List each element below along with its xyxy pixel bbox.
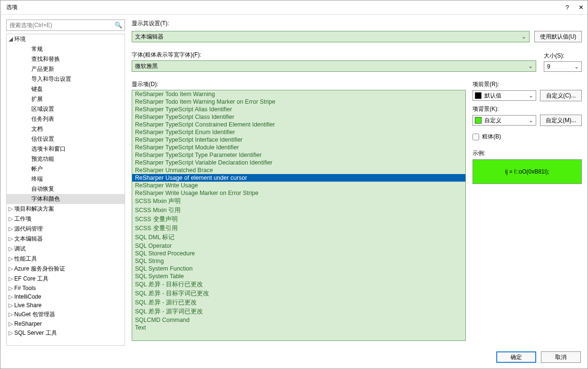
background-select[interactable]: 自定义 ⌄ <box>472 115 536 126</box>
list-item[interactable]: ReSharper TypeScript Class Identifier <box>132 113 465 121</box>
list-item[interactable]: ReSharper TypeScript Variable Declaratio… <box>132 159 465 166</box>
tree-node[interactable]: 产品更新 <box>7 64 125 74</box>
tree-node[interactable]: ▷SQL Server 工具 <box>7 328 125 338</box>
show-settings-label: 显示其设置(T): <box>132 19 582 28</box>
use-defaults-button[interactable]: 使用默认值(U) <box>534 31 582 42</box>
list-item[interactable]: ReSharper TypeScript Interface Identifie… <box>132 136 465 144</box>
expander-icon: ▷ <box>9 302 14 309</box>
foreground-label: 项前景(R): <box>472 80 582 88</box>
list-item[interactable]: SQL 差异 - 目标行已更改 <box>132 280 465 289</box>
list-item[interactable]: SCSS 变量引用 <box>132 224 465 233</box>
tree-node[interactable]: 常规 <box>7 44 125 54</box>
tree-node[interactable]: ▷NuGet 包管理器 <box>7 310 125 320</box>
options-window: 选项 ? ✕ 🔍 ◢环境常规查找和替换产品更新导入和导出设置键盘扩展区域设置任务… <box>0 0 588 369</box>
list-item[interactable]: SQL System Table <box>132 272 465 280</box>
tree-node[interactable]: 任务列表 <box>7 114 125 124</box>
display-items-label: 显示项(D): <box>132 80 466 88</box>
tree-node[interactable]: 信任设置 <box>7 134 125 144</box>
foreground-select[interactable]: 默认值 ⌄ <box>472 90 536 101</box>
ok-button[interactable]: 确定 <box>496 351 536 363</box>
cancel-button[interactable]: 取消 <box>541 351 581 363</box>
list-item[interactable]: SQL String <box>132 257 465 265</box>
list-item[interactable]: ReSharper Unmatched Brace <box>132 166 465 174</box>
bold-checkbox[interactable] <box>472 134 479 140</box>
search-input[interactable] <box>6 19 125 31</box>
expander-icon: ▷ <box>9 225 14 232</box>
expander-icon: ▷ <box>9 293 14 300</box>
list-item[interactable]: SCSS 变量声明 <box>132 215 465 224</box>
tree-node[interactable]: ▷调试 <box>7 244 125 254</box>
font-select[interactable]: 微软雅黑 ⌄ <box>132 60 536 72</box>
tree-node-environment[interactable]: ◢环境 <box>7 34 125 44</box>
tree-node[interactable]: ▷EF Core 工具 <box>7 274 125 284</box>
close-icon[interactable]: ✕ <box>578 4 584 11</box>
expander-icon: ◢ <box>9 36 14 42</box>
main-panel: 显示其设置(T): 文本编辑器 ⌄ 使用默认值(U) 字体(粗体表示等宽字体)(… <box>132 19 582 346</box>
size-label: 大小(S): <box>544 52 582 60</box>
tree-node[interactable]: ▷F# Tools <box>7 284 125 292</box>
tree-node[interactable]: 查找和替换 <box>7 54 125 64</box>
expander-icon: ▷ <box>9 265 14 272</box>
sidebar: 🔍 ◢环境常规查找和替换产品更新导入和导出设置键盘扩展区域设置任务列表文档信任设… <box>6 19 125 346</box>
chevron-down-icon: ⌄ <box>529 117 533 124</box>
list-item[interactable]: ReSharper TypeScript Module Identifier <box>132 144 465 151</box>
tree-node[interactable]: 选项卡和窗口 <box>7 144 125 154</box>
tree-node[interactable]: 文档 <box>7 124 125 134</box>
list-item[interactable]: SQL 差异 - 源行已更改 <box>132 298 465 307</box>
tree-node[interactable]: 导入和导出设置 <box>7 74 125 84</box>
list-item[interactable]: ReSharper Todo Item Warning Marker on Er… <box>132 98 465 106</box>
tree-node[interactable]: 自动恢复 <box>7 184 125 194</box>
tree-node[interactable]: ▷Azure 服务身份验证 <box>7 264 125 274</box>
tree-node[interactable]: 字体和颜色 <box>7 194 125 204</box>
tree-node[interactable]: ▷源代码管理 <box>7 224 125 234</box>
size-select[interactable]: 9 ⌄ <box>544 61 582 72</box>
tree-node[interactable]: 扩展 <box>7 94 125 104</box>
list-item[interactable]: Text <box>132 324 465 331</box>
tree-node[interactable]: 区域设置 <box>7 104 125 114</box>
tree-node[interactable]: ▷工作项 <box>7 214 125 224</box>
list-item[interactable]: SCSS Mixin 声明 <box>132 197 465 206</box>
tree-node[interactable]: ▷文本编辑器 <box>7 234 125 244</box>
chevron-down-icon: ⌄ <box>529 92 533 99</box>
sample-preview: ij = I::oO(0xB81l); <box>472 159 582 184</box>
tree-node[interactable]: ▷Live Share <box>7 301 125 310</box>
bold-label: 粗体(B) <box>482 133 501 141</box>
list-item[interactable]: SQL DML 标记 <box>132 233 465 242</box>
help-icon[interactable]: ? <box>566 4 569 11</box>
expander-icon: ▷ <box>9 205 14 212</box>
list-item[interactable]: SQL 差异 - 源字词已更改 <box>132 307 465 316</box>
list-item[interactable]: ReSharper TypeScript Constrained Element… <box>132 121 465 128</box>
list-item[interactable]: ReSharper Write Usage <box>132 182 465 189</box>
tree-node[interactable]: 键盘 <box>7 84 125 94</box>
list-item[interactable]: ReSharper TypeScript Alias Identifier <box>132 106 465 113</box>
tree-node[interactable]: 预览功能 <box>7 154 125 164</box>
chevron-down-icon: ⌄ <box>521 33 526 40</box>
tree-node[interactable]: ▷IntelliCode <box>7 292 125 301</box>
list-item[interactable]: ReSharper TypeScript Type Parameter Iden… <box>132 151 465 159</box>
list-item[interactable]: ReSharper Todo Item Warning <box>132 90 465 98</box>
list-item[interactable]: ReSharper Usage of element under cursor <box>132 174 465 182</box>
tree-node[interactable]: ▷ReSharper <box>7 320 125 328</box>
list-item[interactable]: SQLCMD Command <box>132 316 465 324</box>
list-item[interactable]: ReSharper TypeScript Enum Identifier <box>132 128 465 136</box>
display-items-list[interactable]: ReSharper Todo Item WarningReSharper Tod… <box>132 90 466 341</box>
expander-icon: ▷ <box>9 330 14 336</box>
custom-fg-button[interactable]: 自定义(C)... <box>540 90 582 101</box>
list-item[interactable]: SCSS Mixin 引用 <box>132 206 465 215</box>
expander-icon: ▷ <box>9 285 14 291</box>
category-tree[interactable]: ◢环境常规查找和替换产品更新导入和导出设置键盘扩展区域设置任务列表文档信任设置选… <box>7 34 125 345</box>
show-settings-select[interactable]: 文本编辑器 ⌄ <box>132 31 530 42</box>
search-icon[interactable]: 🔍 <box>115 21 122 29</box>
dialog-footer: 确定 取消 <box>0 346 588 369</box>
tree-node[interactable]: 帐户 <box>7 164 125 174</box>
fg-swatch <box>475 92 482 99</box>
list-item[interactable]: SQL System Function <box>132 265 465 272</box>
tree-node[interactable]: ▷项目和解决方案 <box>7 204 125 214</box>
tree-node[interactable]: 终端 <box>7 174 125 184</box>
list-item[interactable]: ReSharper Write Usage Marker on Error St… <box>132 189 465 197</box>
list-item[interactable]: SQL 差异 - 目标字词已更改 <box>132 289 465 298</box>
list-item[interactable]: SQL Stored Procedure <box>132 250 465 257</box>
list-item[interactable]: SQL Operator <box>132 242 465 250</box>
custom-bg-button[interactable]: 自定义(M)... <box>540 115 582 126</box>
tree-node[interactable]: ▷性能工具 <box>7 254 125 264</box>
